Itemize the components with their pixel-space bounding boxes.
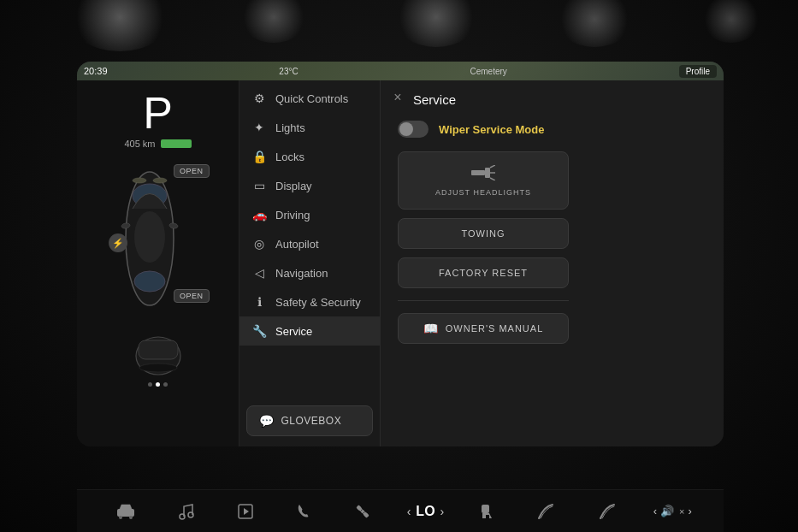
range-text: 405 km	[124, 139, 155, 149]
glovebox-label: GLOVEBOX	[281, 415, 342, 427]
headlight-svg	[471, 165, 495, 180]
media-icon	[237, 503, 254, 520]
towing-label: TOWING	[461, 228, 505, 239]
panel-close-button[interactable]: ×	[389, 89, 406, 106]
wiper2-icon	[599, 503, 618, 520]
svg-point-3	[134, 211, 165, 263]
fan-icon	[354, 503, 371, 520]
lo-prev-button[interactable]: ‹	[407, 505, 411, 518]
svg-rect-24	[482, 505, 489, 513]
divider	[398, 300, 569, 301]
left-panel: P 405 km OPEN	[77, 80, 239, 446]
taskbar-phone[interactable]	[290, 499, 317, 523]
svg-marker-22	[244, 508, 249, 515]
menu-panel: ⚙ Quick Controls ✦ Lights 🔒 Locks ▭ Disp…	[239, 80, 381, 446]
light-spot-1	[68, 0, 171, 51]
map-location: Cemetery	[470, 67, 506, 76]
towing-button[interactable]: TOWING	[398, 218, 569, 249]
owners-manual-label: OWNER'S MANUAL	[446, 323, 544, 334]
svg-rect-16	[117, 509, 134, 517]
display-label: Display	[275, 180, 312, 192]
svg-line-13	[490, 165, 495, 168]
profile-button[interactable]: Profile	[679, 65, 717, 78]
service-title: Service	[398, 92, 706, 107]
autopilot-icon: ◎	[251, 237, 267, 251]
taskbar-music[interactable]	[172, 499, 201, 523]
menu-item-display[interactable]: ▭ Display	[239, 171, 380, 200]
svg-line-15	[490, 178, 495, 180]
battery-indicator	[161, 139, 192, 148]
dots-indicator	[148, 382, 168, 387]
svg-point-6	[133, 178, 146, 183]
svg-rect-11	[471, 170, 485, 175]
taskbar-car[interactable]	[109, 500, 143, 523]
volume-prev-button[interactable]: ‹	[653, 505, 657, 517]
owners-manual-button[interactable]: 📖 OWNER'S MANUAL	[398, 313, 569, 344]
autopilot-label: Autopilot	[275, 238, 319, 251]
quick-controls-label: Quick Controls	[275, 92, 348, 105]
music-icon	[179, 503, 194, 520]
volume-next-button[interactable]: ›	[689, 505, 692, 517]
taskbar-media[interactable]	[230, 499, 261, 523]
locks-label: Locks	[275, 151, 304, 163]
menu-item-safety[interactable]: ℹ Safety & Security	[239, 287, 380, 316]
wiper-label: Wiper Service Mode	[439, 123, 544, 136]
driving-icon: 🚗	[251, 208, 267, 222]
owners-manual-icon: 📖	[423, 322, 439, 335]
svg-point-18	[129, 516, 133, 519]
service-menu-label: Service	[275, 325, 312, 338]
screen-body: P 405 km OPEN	[77, 80, 724, 446]
lo-next-button[interactable]: ›	[440, 505, 445, 518]
driving-label: Driving	[275, 209, 310, 222]
taskbar: ‹ LO › ‹ 🔊 × ›	[77, 489, 724, 532]
menu-item-autopilot[interactable]: ◎ Autopilot	[239, 229, 380, 258]
menu-item-navigation[interactable]: ◁ Navigation	[239, 258, 380, 287]
svg-rect-9	[139, 340, 178, 359]
svg-point-7	[153, 178, 167, 183]
svg-rect-12	[485, 168, 490, 178]
svg-point-23	[361, 510, 364, 513]
light-spot-4	[556, 0, 633, 47]
lo-text: LO	[416, 504, 434, 519]
phone-icon	[297, 503, 310, 520]
menu-item-locks[interactable]: 🔒 Locks	[239, 142, 380, 171]
glovebox-icon: 💬	[259, 414, 275, 428]
wiper1-icon	[537, 503, 556, 520]
safety-icon: ℹ	[251, 295, 267, 309]
locks-icon: 🔒	[251, 150, 267, 163]
taskbar-fan[interactable]	[347, 499, 378, 523]
menu-item-service[interactable]: 🔧 Service	[239, 316, 380, 346]
light-spot-2	[239, 0, 308, 43]
taskbar-wiper1[interactable]	[530, 499, 563, 523]
display-icon: ▭	[251, 179, 267, 192]
light-spot-5	[701, 0, 761, 43]
car-top-view: OPEN	[98, 157, 218, 328]
charge-icon: ⚡	[109, 233, 127, 252]
navigation-label: Navigation	[275, 267, 328, 280]
taskbar-seat[interactable]	[473, 499, 500, 523]
car-icon	[115, 504, 136, 519]
menu-item-driving[interactable]: 🚗 Driving	[239, 200, 380, 229]
factory-reset-label: FACTORY RESET	[439, 268, 528, 278]
taskbar-wiper2[interactable]	[592, 499, 624, 523]
factory-reset-button[interactable]: FACTORY RESET	[398, 257, 569, 288]
menu-item-quick-controls[interactable]: ⚙ Quick Controls	[239, 84, 380, 113]
volume-icon: 🔊	[660, 505, 674, 517]
adjust-headlights-button[interactable]: ADJUST HEADLIGHTS	[398, 151, 569, 210]
headlight-icon	[471, 165, 495, 185]
ambient-lights	[0, 0, 798, 60]
menu-spacer	[239, 346, 380, 399]
wiper-toggle[interactable]	[398, 121, 429, 138]
map-bar: 20:39 23°C Cemetery Profile	[77, 62, 724, 80]
car-rear-svg	[128, 332, 188, 379]
open-button-top[interactable]: OPEN	[174, 164, 210, 178]
service-icon: 🔧	[251, 324, 267, 338]
dot-2	[156, 382, 160, 387]
menu-item-lights[interactable]: ✦ Lights	[239, 113, 380, 142]
range-bar: 405 km	[124, 139, 191, 149]
map-bar-content: 20:39 23°C Cemetery Profile	[84, 65, 717, 78]
car-rear-view	[128, 332, 188, 379]
glovebox-button[interactable]: 💬 GLOVEBOX	[246, 405, 373, 436]
svg-point-2	[134, 271, 165, 292]
open-button-bottom[interactable]: OPEN	[174, 289, 210, 303]
